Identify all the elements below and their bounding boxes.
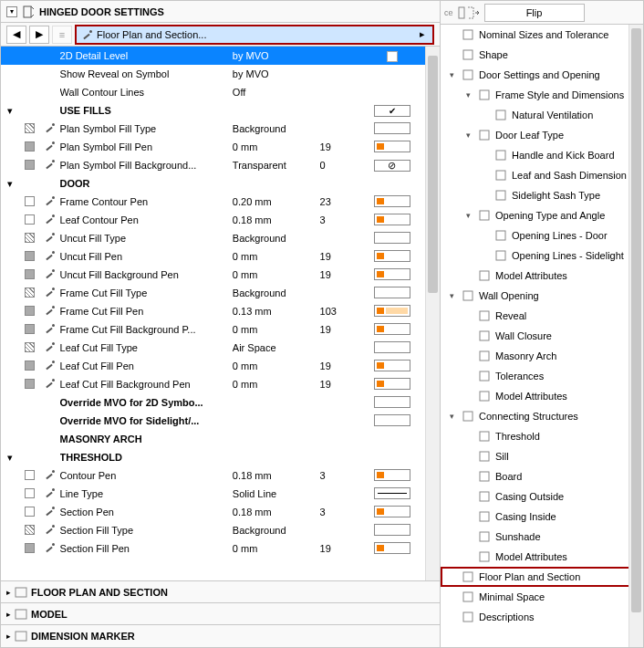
prop-row[interactable]: Contour Pen0.18 mm3 xyxy=(1,466,440,485)
prop-value[interactable]: Off xyxy=(233,83,320,101)
prop-index[interactable]: 19 xyxy=(320,138,367,156)
prop-index[interactable]: 3 xyxy=(320,466,367,485)
prop-index[interactable]: 3 xyxy=(320,503,367,521)
pen-swatch[interactable] xyxy=(374,268,410,280)
tree-node[interactable]: Floor Plan and Section xyxy=(441,567,643,587)
tree-node[interactable]: Sidelight Sash Type xyxy=(441,185,643,205)
prop-index[interactable]: 19 xyxy=(320,320,367,339)
prop-index[interactable]: 19 xyxy=(320,266,367,284)
prop-index[interactable]: 103 xyxy=(320,302,367,320)
prop-value[interactable]: 0 mm xyxy=(233,247,320,266)
prop-row[interactable]: Plan Symbol Fill Pen0 mm19 xyxy=(1,138,440,156)
tree-node[interactable]: ▾Wall Opening xyxy=(441,286,643,306)
expand-icon[interactable]: ▸ xyxy=(6,610,11,619)
prop-index[interactable]: 19 xyxy=(320,247,367,266)
pen-swatch[interactable] xyxy=(374,506,410,517)
nav-forward-button[interactable]: ▶ xyxy=(29,26,49,44)
line-swatch[interactable] xyxy=(374,487,410,499)
tree-node[interactable]: Sunshade xyxy=(441,527,643,547)
prop-value[interactable]: Background xyxy=(233,521,320,539)
prop-row[interactable]: Frame Cut Fill TypeBackground xyxy=(1,284,440,302)
pen-swatch[interactable] xyxy=(374,542,410,554)
tree-node[interactable]: Sill xyxy=(441,446,643,466)
tree-node[interactable]: Opening Lines - Door xyxy=(441,225,643,246)
prop-index[interactable] xyxy=(320,47,367,65)
tree-node[interactable]: Board xyxy=(441,466,643,486)
tree-node[interactable]: Model Attributes xyxy=(441,386,643,406)
prop-value[interactable] xyxy=(233,448,320,466)
prop-row[interactable]: ▾USE FILLS xyxy=(1,101,440,120)
prop-value[interactable]: by MVO xyxy=(233,65,320,83)
collapsed-panel-header[interactable]: ▸DIMENSION MARKER xyxy=(1,625,440,647)
tree-node[interactable]: ▾Frame Style and Dimensions xyxy=(441,85,643,105)
pen-swatch[interactable] xyxy=(374,378,410,390)
prop-index[interactable] xyxy=(320,393,367,412)
prop-index[interactable] xyxy=(320,174,367,193)
collapsed-panel-header[interactable]: ▸MODEL xyxy=(1,603,440,625)
tree-twist-icon[interactable]: ▾ xyxy=(446,70,457,79)
tree-node[interactable]: Descriptions xyxy=(441,607,643,627)
prop-value[interactable]: Transparent xyxy=(233,156,320,174)
tree-node[interactable]: Minimal Space xyxy=(441,587,643,607)
prop-value[interactable]: 0 mm xyxy=(233,320,320,339)
checkbox[interactable] xyxy=(374,396,410,408)
prop-index[interactable]: 19 xyxy=(320,375,367,393)
prop-value[interactable]: Background xyxy=(233,284,320,302)
tree-node[interactable]: Shape xyxy=(441,45,643,65)
prop-value[interactable] xyxy=(233,101,320,120)
tree-scrollbar[interactable] xyxy=(628,25,643,647)
prop-row[interactable]: Leaf Cut Fill Pen0 mm19 xyxy=(1,357,440,375)
collapse-icon[interactable]: ▾ xyxy=(6,6,17,17)
tree-node[interactable]: ▾Connecting Structures xyxy=(441,406,643,426)
prop-row[interactable]: ▾THRESHOLD xyxy=(1,448,440,466)
collapsed-panel-header[interactable]: ▸FLOOR PLAN AND SECTION xyxy=(1,581,440,603)
prop-value[interactable] xyxy=(233,430,320,448)
pen-swatch[interactable] xyxy=(374,323,410,335)
prop-index[interactable]: 19 xyxy=(320,357,367,375)
prop-index[interactable] xyxy=(320,412,367,430)
prop-value[interactable]: 0 mm xyxy=(233,375,320,393)
prop-value[interactable]: 0.20 mm xyxy=(233,193,320,211)
prop-row[interactable]: Plan Symbol Fill Background...Transparen… xyxy=(1,156,440,174)
panel-header[interactable]: ▾ HINGED DOOR SETTINGS xyxy=(1,1,440,23)
prop-row[interactable]: Plan Symbol Fill TypeBackground xyxy=(1,120,440,138)
prop-value[interactable]: Air Space xyxy=(233,339,320,357)
prop-value[interactable]: 0.13 mm xyxy=(233,302,320,320)
tree-node[interactable]: ▾Door Leaf Type xyxy=(441,125,643,145)
flip-button[interactable]: Flip xyxy=(484,4,585,22)
tree-node[interactable]: Opening Lines - Sidelight xyxy=(441,246,643,266)
prop-index[interactable]: 3 xyxy=(320,211,367,229)
tree-node[interactable]: ▾Opening Type and Angle xyxy=(441,205,643,225)
prop-row[interactable]: Wall Contour LinesOff xyxy=(1,83,440,101)
prop-row[interactable]: Leaf Contour Pen0.18 mm3 xyxy=(1,211,440,229)
pen-swatch[interactable] xyxy=(374,360,410,371)
tree-twist-icon[interactable]: ▾ xyxy=(462,211,473,220)
fill-swatch[interactable] xyxy=(374,287,410,298)
tree-node[interactable]: Tolerances xyxy=(441,366,643,386)
prop-value[interactable]: 0 mm xyxy=(233,357,320,375)
prop-value[interactable]: 0.18 mm xyxy=(233,466,320,485)
checkbox[interactable] xyxy=(374,414,410,426)
prop-value[interactable]: Background xyxy=(233,229,320,247)
prop-row[interactable]: MASONRY ARCH xyxy=(1,430,440,448)
prop-row[interactable]: Section Fill TypeBackground xyxy=(1,521,440,539)
pen-swatch[interactable] xyxy=(374,141,410,152)
prop-row[interactable]: Frame Contour Pen0.20 mm23 xyxy=(1,193,440,211)
prop-index[interactable]: 0 xyxy=(320,156,367,174)
tree-node[interactable]: Masonry Arch xyxy=(441,346,643,366)
tree-node[interactable]: Model Attributes xyxy=(441,266,643,286)
prop-index[interactable] xyxy=(320,430,367,448)
prop-index[interactable] xyxy=(320,448,367,466)
tree-twist-icon[interactable]: ▾ xyxy=(446,412,457,421)
pen-swatch[interactable] xyxy=(374,305,410,317)
prop-index[interactable] xyxy=(320,83,367,101)
prop-value[interactable] xyxy=(233,174,320,193)
prop-index[interactable] xyxy=(320,339,367,357)
prop-row[interactable]: Uncut Fill Background Pen0 mm19 xyxy=(1,266,440,284)
nav-back-button[interactable]: ◀ xyxy=(6,26,26,44)
prop-index[interactable]: 23 xyxy=(320,193,367,211)
tree-node[interactable]: ▾Door Settings and Opening xyxy=(441,65,643,85)
tree-node[interactable]: Model Attributes xyxy=(441,547,643,567)
tree-node[interactable]: Leaf and Sash Dimension xyxy=(441,165,643,185)
tree-twist-icon[interactable]: ▾ xyxy=(462,131,473,140)
